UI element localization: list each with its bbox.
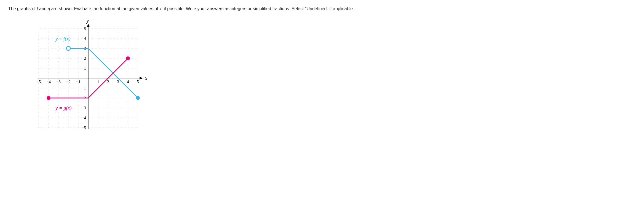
variable-x: x — [159, 6, 161, 11]
svg-text:1: 1 — [84, 66, 86, 70]
prompt-text: and — [38, 6, 48, 11]
svg-point-49 — [136, 96, 140, 100]
svg-text:−5: −5 — [36, 80, 41, 84]
svg-text:y = g(x): y = g(x) — [55, 105, 71, 111]
svg-text:5: 5 — [137, 80, 139, 84]
svg-point-51 — [126, 56, 130, 60]
svg-text:4: 4 — [127, 80, 129, 84]
svg-text:−4: −4 — [82, 116, 86, 120]
prompt-text: are shown. Evaluate the function at the … — [50, 6, 159, 11]
svg-text:2: 2 — [107, 80, 109, 84]
coordinate-graph: −5−4−3−2−112345−5−4−3−2−112345xyy = f(x)… — [25, 18, 152, 139]
svg-text:−1: −1 — [76, 80, 81, 84]
svg-text:4: 4 — [84, 36, 86, 41]
svg-text:3: 3 — [117, 80, 119, 84]
prompt-text: The graphs of — [8, 6, 37, 11]
svg-text:−3: −3 — [56, 80, 61, 84]
svg-text:−1: −1 — [82, 86, 86, 90]
svg-text:−4: −4 — [46, 80, 51, 84]
svg-text:x: x — [145, 75, 147, 81]
svg-point-50 — [47, 96, 50, 100]
prompt-text: , if possible. Write your answers as int… — [161, 6, 354, 11]
graph-panel: −5−4−3−2−112345−5−4−3−2−112345xyy = f(x)… — [25, 18, 636, 140]
svg-text:2: 2 — [84, 56, 86, 61]
svg-text:y = f(x): y = f(x) — [55, 36, 70, 42]
svg-text:−2: −2 — [66, 80, 71, 84]
svg-marker-24 — [140, 77, 143, 80]
svg-text:y: y — [86, 18, 89, 24]
svg-text:−3: −3 — [82, 106, 86, 110]
svg-text:1: 1 — [97, 80, 99, 84]
svg-text:−5: −5 — [82, 125, 86, 130]
question-prompt: The graphs of f and g are shown. Evaluat… — [8, 6, 505, 12]
svg-point-48 — [66, 47, 70, 50]
svg-text:5: 5 — [84, 26, 86, 31]
svg-marker-25 — [87, 24, 90, 27]
